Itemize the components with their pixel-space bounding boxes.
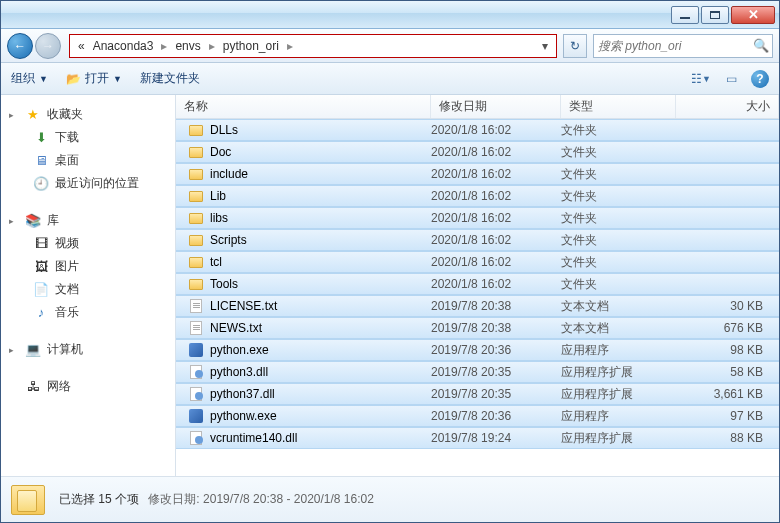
file-row[interactable]: NEWS.txt2019/7/8 20:38文本文档676 KB: [176, 317, 779, 339]
view-icon: ☷: [691, 72, 702, 86]
file-type: 应用程序扩展: [561, 364, 676, 381]
close-button[interactable]: ✕: [731, 6, 775, 24]
file-row[interactable]: Lib2020/1/8 16:02文件夹: [176, 185, 779, 207]
file-type: 应用程序扩展: [561, 430, 676, 447]
desktop-icon: 🖥: [33, 153, 49, 169]
preview-pane-button[interactable]: ▭: [721, 69, 741, 89]
column-date[interactable]: 修改日期: [431, 95, 561, 118]
navbar: ← → « Anaconda3 ▸ envs ▸ python_ori ▸ ▾ …: [1, 29, 779, 63]
status-date-value: 2019/7/8 20:38 - 2020/1/8 16:02: [203, 492, 374, 506]
file-row[interactable]: LICENSE.txt2019/7/8 20:38文本文档30 KB: [176, 295, 779, 317]
file-date: 2020/1/8 16:02: [431, 277, 561, 291]
txt-icon: [188, 298, 204, 314]
file-row[interactable]: tcl2020/1/8 16:02文件夹: [176, 251, 779, 273]
sidebar-pictures-label: 图片: [55, 258, 79, 275]
file-list[interactable]: DLLs2020/1/8 16:02文件夹Doc2020/1/8 16:02文件…: [176, 119, 779, 476]
tree-collapse-icon: ▸: [9, 110, 19, 120]
file-size: 98 KB: [676, 343, 779, 357]
exe-icon: [188, 408, 204, 424]
sidebar-pictures[interactable]: 🖼图片: [5, 255, 171, 278]
file-date: 2019/7/8 20:38: [431, 299, 561, 313]
open-label: 打开: [85, 70, 109, 87]
file-type: 文件夹: [561, 254, 676, 271]
sidebar-recent[interactable]: 🕘最近访问的位置: [5, 172, 171, 195]
file-row[interactable]: python3.dll2019/7/8 20:35应用程序扩展58 KB: [176, 361, 779, 383]
sidebar-libraries[interactable]: ▸📚库: [5, 209, 171, 232]
search-box[interactable]: 🔍: [593, 34, 773, 58]
file-row[interactable]: include2020/1/8 16:02文件夹: [176, 163, 779, 185]
file-type: 文件夹: [561, 144, 676, 161]
file-date: 2019/7/8 20:36: [431, 409, 561, 423]
file-type: 文件夹: [561, 188, 676, 205]
folder-icon: [188, 232, 204, 248]
breadcrumb-envs[interactable]: envs: [171, 37, 204, 55]
organize-menu[interactable]: 组织 ▼: [11, 70, 48, 87]
file-type: 应用程序: [561, 408, 676, 425]
body: ▸★收藏夹 ⬇下载 🖥桌面 🕘最近访问的位置 ▸📚库 🎞视频 🖼图片 📄文档 ♪…: [1, 95, 779, 476]
file-row[interactable]: python37.dll2019/7/8 20:35应用程序扩展3,661 KB: [176, 383, 779, 405]
file-row[interactable]: pythonw.exe2019/7/8 20:36应用程序97 KB: [176, 405, 779, 427]
file-name: Lib: [210, 189, 226, 203]
status-thumbnail-icon: [11, 485, 45, 515]
file-name: vcruntime140.dll: [210, 431, 297, 445]
file-row[interactable]: Tools2020/1/8 16:02文件夹: [176, 273, 779, 295]
file-name: libs: [210, 211, 228, 225]
file-row[interactable]: Scripts2020/1/8 16:02文件夹: [176, 229, 779, 251]
file-row[interactable]: python.exe2019/7/8 20:36应用程序98 KB: [176, 339, 779, 361]
file-date: 2020/1/8 16:02: [431, 211, 561, 225]
sidebar-favorites[interactable]: ▸★收藏夹: [5, 103, 171, 126]
open-icon: 📂: [66, 72, 81, 86]
column-type[interactable]: 类型: [561, 95, 676, 118]
address-bar[interactable]: « Anaconda3 ▸ envs ▸ python_ori ▸ ▾: [69, 34, 557, 58]
file-date: 2020/1/8 16:02: [431, 123, 561, 137]
file-row[interactable]: libs2020/1/8 16:02文件夹: [176, 207, 779, 229]
sidebar-music[interactable]: ♪音乐: [5, 301, 171, 324]
open-menu[interactable]: 📂打开 ▼: [66, 70, 122, 87]
file-name: Doc: [210, 145, 231, 159]
tree-collapse-icon: ▸: [9, 345, 19, 355]
search-input[interactable]: [598, 39, 749, 53]
folder-icon: [188, 254, 204, 270]
star-icon: ★: [25, 107, 41, 123]
sidebar-documents-label: 文档: [55, 281, 79, 298]
column-name[interactable]: 名称: [176, 95, 431, 118]
folder-icon: [188, 276, 204, 292]
sidebar-documents[interactable]: 📄文档: [5, 278, 171, 301]
column-size[interactable]: 大小: [676, 95, 779, 118]
sidebar-computer[interactable]: ▸💻计算机: [5, 338, 171, 361]
exe-icon: [188, 342, 204, 358]
column-headers: 名称 修改日期 类型 大小: [176, 95, 779, 119]
maximize-button[interactable]: [701, 6, 729, 24]
breadcrumb-prefix[interactable]: «: [74, 37, 89, 55]
file-row[interactable]: vcruntime140.dll2019/7/8 19:24应用程序扩展88 K…: [176, 427, 779, 449]
search-icon[interactable]: 🔍: [753, 38, 769, 53]
status-date-label: 修改日期:: [148, 492, 199, 506]
sidebar-desktop[interactable]: 🖥桌面: [5, 149, 171, 172]
arrow-left-icon: ←: [14, 39, 26, 53]
file-name: Scripts: [210, 233, 247, 247]
file-pane: 名称 修改日期 类型 大小 DLLs2020/1/8 16:02文件夹Doc20…: [176, 95, 779, 476]
dll-icon: [188, 430, 204, 446]
back-button[interactable]: ←: [7, 33, 33, 59]
minimize-icon: [680, 17, 690, 19]
minimize-button[interactable]: [671, 6, 699, 24]
refresh-button[interactable]: ↻: [563, 34, 587, 58]
sidebar-network[interactable]: 🖧网络: [5, 375, 171, 398]
breadcrumb-pythonori[interactable]: python_ori: [219, 37, 283, 55]
sidebar-downloads[interactable]: ⬇下载: [5, 126, 171, 149]
sidebar-videos[interactable]: 🎞视频: [5, 232, 171, 255]
file-row[interactable]: DLLs2020/1/8 16:02文件夹: [176, 119, 779, 141]
sidebar-videos-label: 视频: [55, 235, 79, 252]
breadcrumb-anaconda3[interactable]: Anaconda3: [89, 37, 158, 55]
address-dropdown[interactable]: ▾: [538, 39, 552, 53]
help-button[interactable]: ?: [751, 70, 769, 88]
file-date: 2019/7/8 20:36: [431, 343, 561, 357]
file-row[interactable]: Doc2020/1/8 16:02文件夹: [176, 141, 779, 163]
file-date: 2020/1/8 16:02: [431, 167, 561, 181]
view-options-button[interactable]: ☷▼: [691, 69, 711, 89]
file-size: 30 KB: [676, 299, 779, 313]
forward-button[interactable]: →: [35, 33, 61, 59]
newfolder-button[interactable]: 新建文件夹: [140, 70, 200, 87]
picture-icon: 🖼: [33, 259, 49, 275]
organize-label: 组织: [11, 70, 35, 87]
